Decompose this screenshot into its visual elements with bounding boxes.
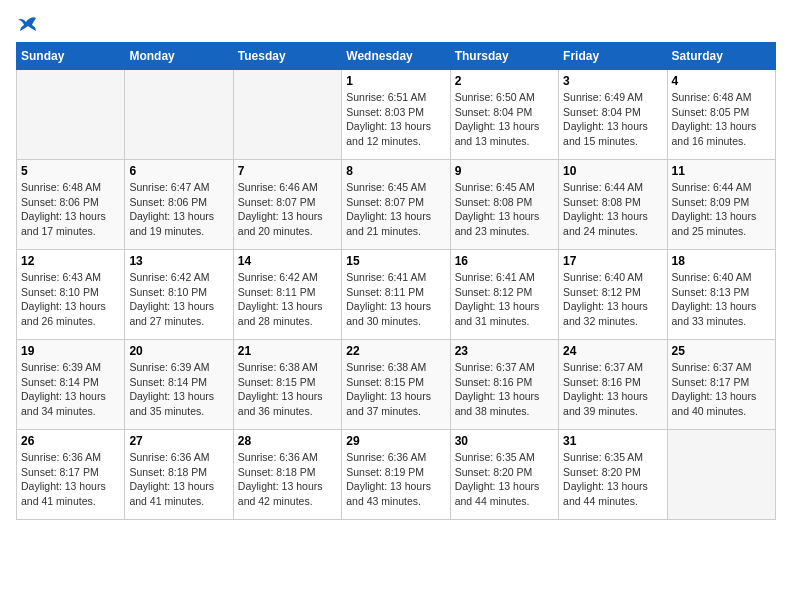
day-info: Sunrise: 6:37 AMSunset: 8:16 PMDaylight:… xyxy=(563,360,662,419)
calendar-day-cell: 28Sunrise: 6:36 AMSunset: 8:18 PMDayligh… xyxy=(233,430,341,520)
calendar-day-cell: 7Sunrise: 6:46 AMSunset: 8:07 PMDaylight… xyxy=(233,160,341,250)
calendar-day-cell: 17Sunrise: 6:40 AMSunset: 8:12 PMDayligh… xyxy=(559,250,667,340)
calendar-day-cell: 13Sunrise: 6:42 AMSunset: 8:10 PMDayligh… xyxy=(125,250,233,340)
day-info: Sunrise: 6:48 AMSunset: 8:06 PMDaylight:… xyxy=(21,180,120,239)
calendar-week-row: 26Sunrise: 6:36 AMSunset: 8:17 PMDayligh… xyxy=(17,430,776,520)
day-number: 8 xyxy=(346,164,445,178)
day-info: Sunrise: 6:38 AMSunset: 8:15 PMDaylight:… xyxy=(238,360,337,419)
day-info: Sunrise: 6:40 AMSunset: 8:12 PMDaylight:… xyxy=(563,270,662,329)
day-info: Sunrise: 6:36 AMSunset: 8:17 PMDaylight:… xyxy=(21,450,120,509)
calendar-weekday-header: Thursday xyxy=(450,43,558,70)
calendar-weekday-header: Tuesday xyxy=(233,43,341,70)
day-info: Sunrise: 6:46 AMSunset: 8:07 PMDaylight:… xyxy=(238,180,337,239)
calendar-day-cell: 6Sunrise: 6:47 AMSunset: 8:06 PMDaylight… xyxy=(125,160,233,250)
day-info: Sunrise: 6:38 AMSunset: 8:15 PMDaylight:… xyxy=(346,360,445,419)
calendar-day-cell xyxy=(667,430,775,520)
calendar-weekday-header: Friday xyxy=(559,43,667,70)
day-number: 16 xyxy=(455,254,554,268)
day-info: Sunrise: 6:44 AMSunset: 8:08 PMDaylight:… xyxy=(563,180,662,239)
day-number: 2 xyxy=(455,74,554,88)
day-info: Sunrise: 6:51 AMSunset: 8:03 PMDaylight:… xyxy=(346,90,445,149)
calendar-day-cell: 25Sunrise: 6:37 AMSunset: 8:17 PMDayligh… xyxy=(667,340,775,430)
calendar-day-cell: 3Sunrise: 6:49 AMSunset: 8:04 PMDaylight… xyxy=(559,70,667,160)
day-info: Sunrise: 6:41 AMSunset: 8:12 PMDaylight:… xyxy=(455,270,554,329)
day-info: Sunrise: 6:47 AMSunset: 8:06 PMDaylight:… xyxy=(129,180,228,239)
day-info: Sunrise: 6:45 AMSunset: 8:07 PMDaylight:… xyxy=(346,180,445,239)
day-info: Sunrise: 6:40 AMSunset: 8:13 PMDaylight:… xyxy=(672,270,771,329)
day-number: 11 xyxy=(672,164,771,178)
day-number: 22 xyxy=(346,344,445,358)
day-info: Sunrise: 6:41 AMSunset: 8:11 PMDaylight:… xyxy=(346,270,445,329)
day-number: 15 xyxy=(346,254,445,268)
day-number: 25 xyxy=(672,344,771,358)
calendar-weekday-header: Wednesday xyxy=(342,43,450,70)
day-number: 18 xyxy=(672,254,771,268)
calendar-day-cell xyxy=(17,70,125,160)
day-number: 1 xyxy=(346,74,445,88)
day-number: 7 xyxy=(238,164,337,178)
calendar-day-cell: 18Sunrise: 6:40 AMSunset: 8:13 PMDayligh… xyxy=(667,250,775,340)
day-number: 19 xyxy=(21,344,120,358)
calendar-weekday-header: Monday xyxy=(125,43,233,70)
calendar-day-cell: 29Sunrise: 6:36 AMSunset: 8:19 PMDayligh… xyxy=(342,430,450,520)
day-info: Sunrise: 6:36 AMSunset: 8:19 PMDaylight:… xyxy=(346,450,445,509)
day-number: 26 xyxy=(21,434,120,448)
calendar-day-cell: 4Sunrise: 6:48 AMSunset: 8:05 PMDaylight… xyxy=(667,70,775,160)
day-info: Sunrise: 6:35 AMSunset: 8:20 PMDaylight:… xyxy=(455,450,554,509)
day-number: 20 xyxy=(129,344,228,358)
calendar-day-cell: 30Sunrise: 6:35 AMSunset: 8:20 PMDayligh… xyxy=(450,430,558,520)
calendar-day-cell: 10Sunrise: 6:44 AMSunset: 8:08 PMDayligh… xyxy=(559,160,667,250)
day-number: 4 xyxy=(672,74,771,88)
calendar-day-cell: 24Sunrise: 6:37 AMSunset: 8:16 PMDayligh… xyxy=(559,340,667,430)
day-info: Sunrise: 6:49 AMSunset: 8:04 PMDaylight:… xyxy=(563,90,662,149)
day-number: 31 xyxy=(563,434,662,448)
day-info: Sunrise: 6:43 AMSunset: 8:10 PMDaylight:… xyxy=(21,270,120,329)
day-number: 3 xyxy=(563,74,662,88)
day-number: 24 xyxy=(563,344,662,358)
calendar-day-cell: 12Sunrise: 6:43 AMSunset: 8:10 PMDayligh… xyxy=(17,250,125,340)
day-number: 21 xyxy=(238,344,337,358)
calendar-day-cell: 8Sunrise: 6:45 AMSunset: 8:07 PMDaylight… xyxy=(342,160,450,250)
calendar-week-row: 1Sunrise: 6:51 AMSunset: 8:03 PMDaylight… xyxy=(17,70,776,160)
calendar-header-row: SundayMondayTuesdayWednesdayThursdayFrid… xyxy=(17,43,776,70)
calendar-day-cell: 21Sunrise: 6:38 AMSunset: 8:15 PMDayligh… xyxy=(233,340,341,430)
day-number: 10 xyxy=(563,164,662,178)
day-info: Sunrise: 6:42 AMSunset: 8:10 PMDaylight:… xyxy=(129,270,228,329)
day-info: Sunrise: 6:44 AMSunset: 8:09 PMDaylight:… xyxy=(672,180,771,239)
calendar-day-cell: 9Sunrise: 6:45 AMSunset: 8:08 PMDaylight… xyxy=(450,160,558,250)
calendar-day-cell: 19Sunrise: 6:39 AMSunset: 8:14 PMDayligh… xyxy=(17,340,125,430)
day-info: Sunrise: 6:39 AMSunset: 8:14 PMDaylight:… xyxy=(21,360,120,419)
day-info: Sunrise: 6:35 AMSunset: 8:20 PMDaylight:… xyxy=(563,450,662,509)
page-header xyxy=(16,16,776,34)
day-info: Sunrise: 6:37 AMSunset: 8:16 PMDaylight:… xyxy=(455,360,554,419)
day-number: 28 xyxy=(238,434,337,448)
day-info: Sunrise: 6:45 AMSunset: 8:08 PMDaylight:… xyxy=(455,180,554,239)
day-number: 30 xyxy=(455,434,554,448)
calendar-day-cell: 23Sunrise: 6:37 AMSunset: 8:16 PMDayligh… xyxy=(450,340,558,430)
calendar-weekday-header: Saturday xyxy=(667,43,775,70)
day-info: Sunrise: 6:37 AMSunset: 8:17 PMDaylight:… xyxy=(672,360,771,419)
calendar-day-cell: 27Sunrise: 6:36 AMSunset: 8:18 PMDayligh… xyxy=(125,430,233,520)
calendar-weekday-header: Sunday xyxy=(17,43,125,70)
calendar-day-cell: 31Sunrise: 6:35 AMSunset: 8:20 PMDayligh… xyxy=(559,430,667,520)
day-info: Sunrise: 6:39 AMSunset: 8:14 PMDaylight:… xyxy=(129,360,228,419)
calendar-day-cell: 15Sunrise: 6:41 AMSunset: 8:11 PMDayligh… xyxy=(342,250,450,340)
day-number: 5 xyxy=(21,164,120,178)
calendar-day-cell: 16Sunrise: 6:41 AMSunset: 8:12 PMDayligh… xyxy=(450,250,558,340)
day-info: Sunrise: 6:36 AMSunset: 8:18 PMDaylight:… xyxy=(238,450,337,509)
calendar-day-cell: 14Sunrise: 6:42 AMSunset: 8:11 PMDayligh… xyxy=(233,250,341,340)
logo xyxy=(16,16,38,34)
calendar-week-row: 5Sunrise: 6:48 AMSunset: 8:06 PMDaylight… xyxy=(17,160,776,250)
calendar-day-cell xyxy=(125,70,233,160)
day-number: 14 xyxy=(238,254,337,268)
calendar-day-cell: 20Sunrise: 6:39 AMSunset: 8:14 PMDayligh… xyxy=(125,340,233,430)
calendar-table: SundayMondayTuesdayWednesdayThursdayFrid… xyxy=(16,42,776,520)
calendar-day-cell: 26Sunrise: 6:36 AMSunset: 8:17 PMDayligh… xyxy=(17,430,125,520)
day-number: 13 xyxy=(129,254,228,268)
calendar-day-cell: 1Sunrise: 6:51 AMSunset: 8:03 PMDaylight… xyxy=(342,70,450,160)
day-number: 17 xyxy=(563,254,662,268)
calendar-day-cell xyxy=(233,70,341,160)
day-number: 9 xyxy=(455,164,554,178)
day-info: Sunrise: 6:48 AMSunset: 8:05 PMDaylight:… xyxy=(672,90,771,149)
logo-bird-icon xyxy=(18,16,38,34)
